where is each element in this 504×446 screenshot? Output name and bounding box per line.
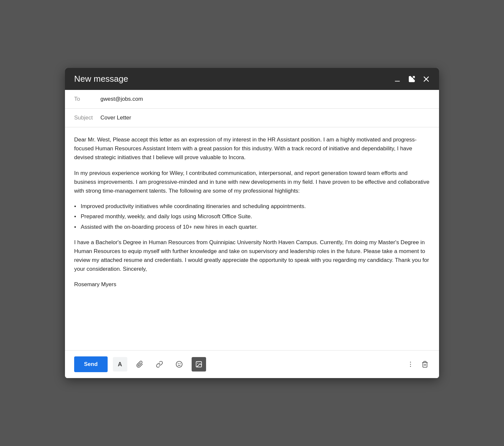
send-button[interactable]: Send (74, 356, 108, 372)
bullet-item-1: Improved productivity initiatives while … (74, 202, 430, 211)
footer-right (406, 359, 430, 369)
emoji-icon (176, 361, 183, 368)
compose-footer: Send A (65, 350, 439, 378)
attach-button[interactable] (133, 357, 147, 372)
body-paragraph-3: I have a Bachelor's Degree in Human Reso… (74, 238, 430, 274)
compose-body: To Subject Dear Mr. West, Please accept … (65, 90, 439, 350)
message-body[interactable]: Dear Mr. West, Please accept this letter… (65, 127, 439, 350)
svg-point-10 (410, 364, 411, 365)
body-bullets: Improved productivity initiatives while … (74, 202, 430, 231)
minimize-button[interactable] (394, 75, 401, 83)
delete-button[interactable] (420, 359, 430, 369)
bullet-item-2: Prepared monthly, weekly, and daily logs… (74, 212, 430, 221)
body-paragraph-2: In my previous experience working for Wi… (74, 169, 430, 196)
subject-label: Subject (74, 115, 100, 121)
formatting-icon: A (118, 361, 122, 368)
bullet-item-3: Assisted with the on-boarding process of… (74, 223, 430, 231)
popout-icon (408, 75, 415, 83)
image-button[interactable] (192, 357, 206, 372)
subject-input[interactable] (100, 115, 430, 121)
compose-window: New message (65, 68, 439, 378)
minimize-icon (394, 75, 401, 83)
signature: Rosemary Myers (74, 281, 116, 287)
svg-point-4 (176, 361, 182, 367)
compose-title: New message (74, 74, 128, 84)
image-icon (195, 361, 202, 368)
close-button[interactable] (423, 75, 430, 83)
svg-point-8 (197, 363, 198, 364)
trash-icon (421, 361, 429, 368)
svg-point-9 (410, 362, 411, 363)
svg-point-11 (410, 366, 411, 367)
svg-rect-0 (395, 81, 400, 81)
formatting-button[interactable]: A (113, 357, 127, 372)
to-input[interactable] (100, 96, 430, 102)
header-actions (394, 75, 430, 83)
compose-header: New message (65, 68, 439, 90)
to-field-row: To (65, 90, 439, 109)
close-icon (423, 75, 430, 83)
link-icon (156, 361, 163, 368)
popout-button[interactable] (408, 75, 415, 83)
link-button[interactable] (152, 357, 167, 372)
more-options-icon (407, 361, 414, 368)
more-options-button[interactable] (406, 359, 415, 369)
emoji-button[interactable] (172, 357, 186, 372)
body-paragraph-1: Dear Mr. West, Please accept this letter… (74, 135, 430, 162)
subject-field-row: Subject (65, 109, 439, 127)
attach-icon (136, 361, 143, 368)
to-label: To (74, 96, 100, 102)
